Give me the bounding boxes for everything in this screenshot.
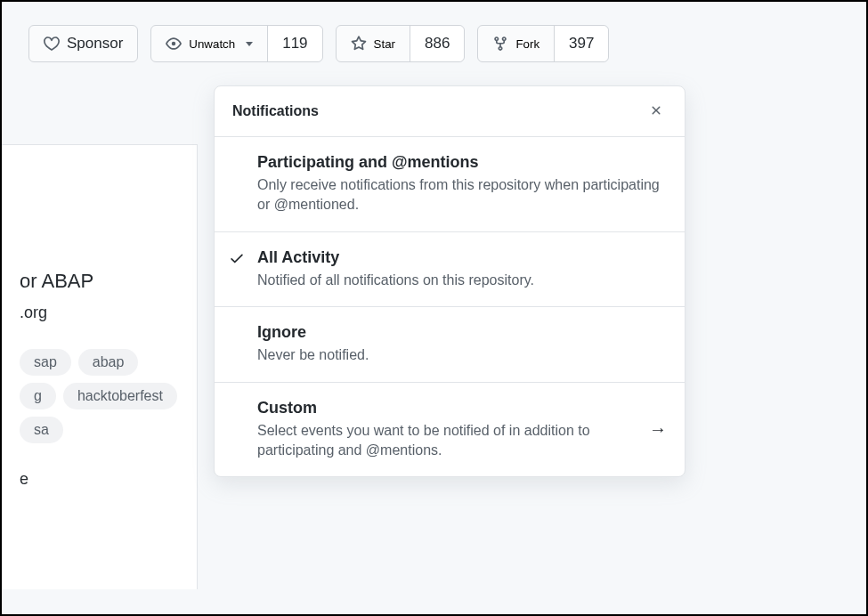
- topic-tag[interactable]: sap: [20, 349, 71, 376]
- repo-link-fragment: .org: [20, 304, 179, 322]
- notification-option-all-activity[interactable]: All Activity Notified of all notificatio…: [215, 232, 685, 307]
- star-count[interactable]: 886: [410, 26, 464, 61]
- notification-option-ignore[interactable]: Ignore Never be notified.: [215, 307, 685, 382]
- notifications-dropdown: Notifications Participating and @mention…: [214, 85, 685, 477]
- topic-tags: sap abap g hacktoberfest sa: [20, 349, 179, 443]
- repo-toolbar: Sponsor Unwatch 119 Star 886: [2, 2, 866, 85]
- topic-tag[interactable]: sa: [20, 417, 63, 443]
- sidebar-background: or ABAP .org sap abap g hacktoberfest sa…: [2, 144, 198, 589]
- topic-tag[interactable]: hacktoberfest: [63, 383, 177, 409]
- watch-count[interactable]: 119: [267, 26, 321, 61]
- check-icon: [229, 250, 247, 268]
- sponsor-button[interactable]: Sponsor: [28, 25, 138, 62]
- fork-icon: [492, 36, 508, 52]
- caret-down-icon: [246, 42, 253, 46]
- topic-tag[interactable]: g: [20, 383, 56, 409]
- star-icon: [351, 36, 367, 52]
- option-title: Ignore: [257, 323, 667, 342]
- text-fragment: e: [20, 470, 179, 489]
- notification-option-custom[interactable]: Custom Select events you want to be noti…: [215, 383, 685, 477]
- fork-button-group: Fork 397: [477, 25, 609, 62]
- watch-label: Unwatch: [189, 37, 235, 51]
- dropdown-header: Notifications: [215, 86, 685, 137]
- close-button[interactable]: [645, 99, 667, 124]
- topic-tag[interactable]: abap: [78, 349, 139, 376]
- fork-label: Fork: [515, 37, 539, 51]
- option-desc: Never be notified.: [257, 345, 667, 365]
- option-desc: Only receive notifications from this rep…: [257, 175, 667, 215]
- unwatch-button[interactable]: Unwatch: [151, 26, 267, 61]
- notification-option-participating[interactable]: Participating and @mentions Only receive…: [215, 137, 685, 232]
- option-title: Custom: [257, 399, 649, 417]
- option-title: All Activity: [257, 248, 667, 267]
- sponsor-label: Sponsor: [67, 35, 123, 53]
- star-button[interactable]: Star: [337, 26, 410, 61]
- watch-button-group: Unwatch 119: [150, 25, 322, 62]
- fork-count[interactable]: 397: [554, 26, 608, 61]
- arrow-right-icon: →: [649, 419, 667, 440]
- option-desc: Select events you want to be notified of…: [257, 421, 649, 461]
- star-button-group: Star 886: [336, 25, 466, 62]
- dropdown-title: Notifications: [232, 103, 319, 119]
- option-desc: Notified of all notifications on this re…: [257, 271, 667, 290]
- heart-icon: [44, 36, 60, 52]
- close-icon: [649, 101, 663, 121]
- eye-icon: [166, 36, 182, 52]
- fork-button[interactable]: Fork: [478, 26, 554, 61]
- option-title: Participating and @mentions: [257, 153, 667, 172]
- repo-description-fragment: or ABAP: [20, 270, 179, 293]
- star-label: Star: [374, 37, 395, 51]
